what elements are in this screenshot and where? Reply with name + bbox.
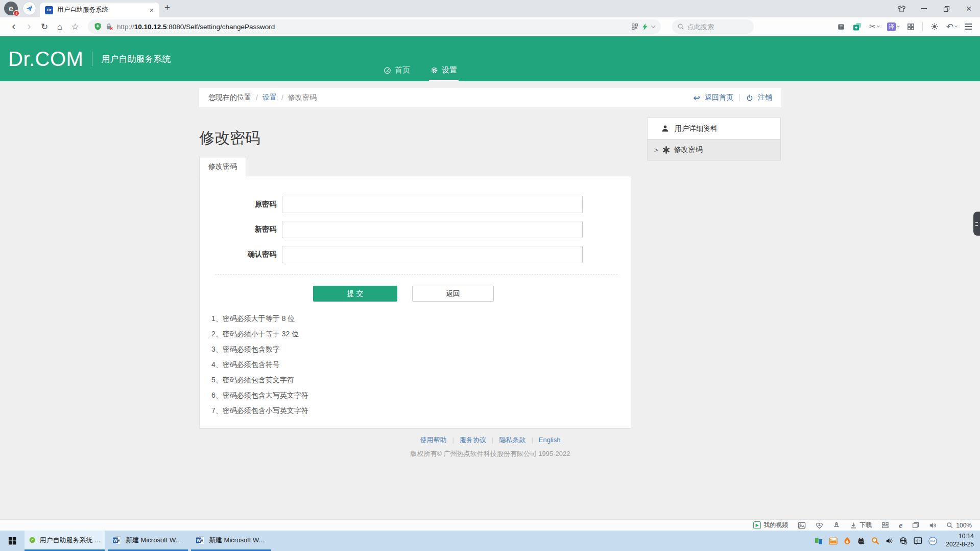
my-videos-button[interactable]: ▶ 我的视频 [753, 521, 788, 530]
download-icon [850, 522, 857, 529]
url-text[interactable]: http://10.10.12.5:8080/Self/setting/chan… [117, 23, 628, 31]
health-heart-icon[interactable] [816, 522, 823, 529]
security-shield-icon[interactable] [94, 22, 102, 31]
brand-divider [92, 52, 92, 66]
tray-flame-icon[interactable] [844, 537, 851, 545]
sidebar: 用户详细资料 > 修改密码 [647, 118, 781, 160]
breadcrumb-separator: / [256, 94, 258, 102]
action-divider [739, 94, 740, 101]
browser-tab[interactable]: Dr 用户自助服务系统 × [40, 3, 159, 17]
confirm-password-input[interactable] [282, 246, 583, 263]
taskbar-item-word-2[interactable]: W 新建 Microsoft W... [191, 531, 271, 551]
submit-button[interactable]: 提 交 [313, 286, 397, 302]
new-password-input[interactable] [282, 221, 583, 238]
rule-item: 4、密码必须包含符号 [211, 357, 631, 372]
taskbar-item-browser[interactable]: e 用户自助服务系统 ... [25, 531, 105, 551]
nav-item-settings[interactable]: 设置 [429, 65, 459, 81]
chevron-down-icon[interactable] [651, 24, 655, 28]
browser-e-icon: e [29, 535, 36, 545]
form-row: 原密码 [200, 196, 631, 213]
translate-icon[interactable]: 译 [887, 22, 899, 31]
sidebar-item-label: 用户详细资料 [675, 124, 718, 133]
nav-item-home[interactable]: 首页 [382, 65, 412, 81]
sidebar-item-change-password[interactable]: > 修改密码 [648, 139, 780, 160]
taskbar-item-word-1[interactable]: W 新建 Microsoft W... [108, 531, 188, 551]
footer-link-privacy[interactable]: 隐私条款 [499, 436, 525, 444]
forward-button[interactable]: › [21, 21, 37, 32]
brightness-sun-icon[interactable] [930, 22, 939, 31]
footer-link-help[interactable]: 使用帮助 [420, 436, 447, 444]
home-button[interactable]: ⌂ [52, 22, 67, 31]
old-password-label: 原密码 [200, 200, 276, 209]
download-button[interactable]: 下载 [850, 521, 872, 530]
grid-boxes-icon[interactable] [881, 522, 889, 529]
footer: 使用帮助|服务协议|隐私条款|English 版权所有© 广州热点软件科技股份有… [199, 435, 781, 458]
new-tab-button[interactable]: + [164, 2, 170, 13]
start-button[interactable] [0, 531, 25, 551]
tray-magnifier-icon[interactable] [871, 537, 879, 545]
tray-mascot-icon[interactable] [857, 537, 865, 545]
menu-icon[interactable] [965, 24, 972, 30]
side-panel-handle[interactable] [973, 212, 980, 236]
refresh-button[interactable]: ↻ [37, 22, 52, 31]
breadcrumb-link-settings[interactable]: 设置 [262, 93, 277, 102]
back-button[interactable]: ‹ [6, 21, 21, 32]
my-videos-label: 我的视频 [763, 521, 788, 530]
mute-speaker-icon[interactable] [929, 522, 937, 529]
taskbar-clock[interactable]: 10:14 2022-8-25 [946, 533, 974, 548]
back-home-link[interactable]: 返回首页 [705, 93, 733, 102]
tab-close-icon[interactable]: × [148, 6, 155, 14]
apps-grid-icon[interactable] [907, 23, 915, 31]
tray-network-globe-icon[interactable] [899, 537, 907, 545]
bookmark-star-icon[interactable]: ☆ [67, 22, 83, 31]
search-input[interactable] [687, 23, 744, 31]
toolbar-extensions: ✂ 译 ↶ [837, 21, 972, 32]
search-box[interactable] [672, 19, 754, 34]
tray-ifly-icon[interactable]: iFLY [928, 537, 937, 545]
browser-titlebar: e ! Dr 用户自助服务系统 × + × [0, 0, 980, 17]
screenshot-icon[interactable] [853, 22, 862, 31]
browser-logo-icon[interactable]: e ! [4, 2, 18, 15]
new-password-label: 新密码 [200, 225, 276, 234]
active-arrow: > [654, 146, 658, 154]
taskbar-item-label: 新建 Microsoft W... [209, 536, 264, 545]
close-button[interactable]: × [958, 0, 980, 17]
image-mode-icon[interactable] [798, 522, 806, 529]
restore-button[interactable] [935, 0, 958, 17]
snip-scissors-icon[interactable]: ✂ [869, 22, 879, 31]
ie-compat-icon[interactable]: e [899, 521, 902, 530]
theme-shirt-icon[interactable] [890, 0, 913, 17]
zoom-level-control[interactable]: 100% [946, 522, 972, 529]
old-password-input[interactable] [282, 196, 583, 213]
tray-tiles-icon[interactable] [815, 537, 823, 545]
undo-history-icon[interactable]: ↶ [946, 21, 957, 32]
speed-bolt-icon[interactable] [642, 23, 648, 31]
window-mode-icon[interactable] [912, 522, 919, 529]
footer-link-agreement[interactable]: 服务协议 [460, 436, 486, 444]
svg-text:中: 中 [916, 538, 920, 543]
system-tray: 中 iFLY 10:14 2022-8-25 [815, 531, 980, 551]
return-arrow-icon: ↩ [694, 93, 700, 103]
back-button-form[interactable]: 返回 [412, 286, 494, 302]
boost-rocket-icon[interactable] [833, 521, 840, 529]
footer-link-english[interactable]: English [539, 436, 561, 444]
insecure-lock-icon[interactable] [105, 22, 113, 31]
drcom-logo[interactable]: Dr.COM [8, 48, 83, 71]
qr-code-icon[interactable] [631, 23, 638, 30]
reader-mode-icon[interactable] [837, 23, 845, 31]
tray-window-icon[interactable] [829, 537, 838, 545]
minimize-button[interactable] [913, 0, 935, 17]
sidebar-item-profile[interactable]: 用户详细资料 [648, 118, 780, 139]
clock-date: 2022-8-25 [946, 541, 974, 549]
svg-text:iFLY: iFLY [930, 539, 936, 542]
tray-volume-icon[interactable] [886, 537, 893, 544]
svg-text:W: W [113, 538, 118, 543]
logout-link[interactable]: 注销 [758, 93, 772, 102]
address-bar[interactable]: http://10.10.12.5:8080/Self/setting/chan… [88, 19, 661, 34]
tray-ime-icon[interactable]: 中 [914, 537, 922, 545]
tab-change-password[interactable]: 修改密码 [199, 157, 246, 176]
navigator-icon[interactable] [22, 2, 36, 15]
windows-logo-icon [8, 537, 16, 545]
breadcrumb-bar: 您现在的位置 / 设置 / 修改密码 ↩ 返回首页 注销 [199, 88, 781, 107]
rule-item: 1、密码必须大于等于 8 位 [211, 311, 631, 326]
